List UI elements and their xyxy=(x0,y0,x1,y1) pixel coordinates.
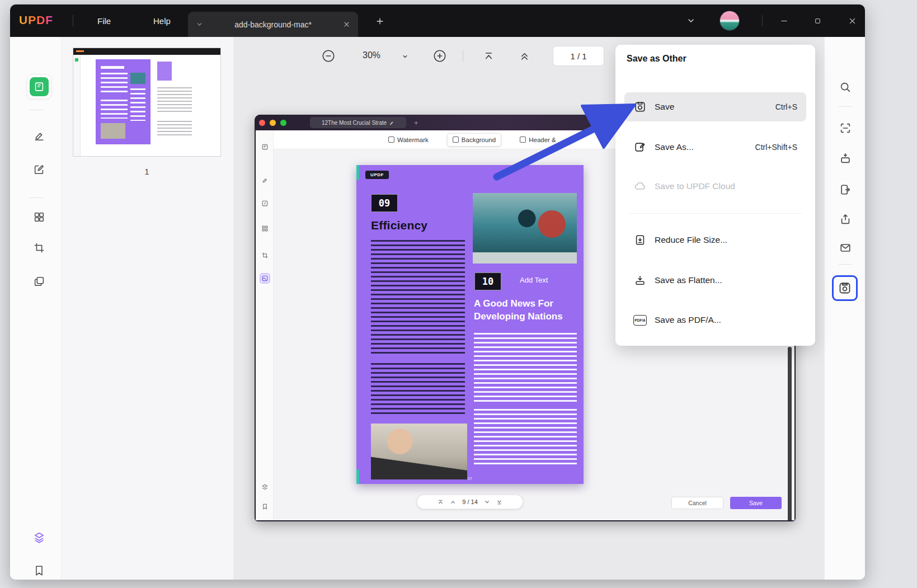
tab-close-icon[interactable] xyxy=(343,21,350,28)
menu-item-save-as[interactable]: Save As... Ctrl+Shift+S xyxy=(624,133,806,162)
close-button[interactable] xyxy=(840,4,864,37)
menu-item-label: Save as Flatten... xyxy=(655,275,789,285)
mac-scrollbar-thumb xyxy=(788,347,792,520)
mac-edit-icon xyxy=(261,199,269,208)
save-as-other-menu: Save as Other Save Ctrl+S Save As... Ctr… xyxy=(615,45,815,346)
menu-item-save[interactable]: Save Ctrl+S xyxy=(624,92,806,121)
menu-help[interactable]: Help xyxy=(140,4,184,37)
reduce-file-size-icon xyxy=(633,234,647,246)
thumbnail-gray-lines xyxy=(157,121,192,138)
menu-item-save-as-flatten[interactable]: Save as Flatten... xyxy=(624,266,806,295)
mac-bookmark-icon xyxy=(261,502,269,511)
menu-item-reduce-file-size[interactable]: Reduce File Size... xyxy=(624,225,806,255)
menu-item-shortcut: Ctrl+S xyxy=(775,102,797,111)
menu-item-label: Reduce File Size... xyxy=(655,235,789,245)
mac-organize-icon xyxy=(261,224,269,233)
mac-new-tab-icon: + xyxy=(414,119,418,127)
mac-background-button: Background xyxy=(447,133,501,147)
thumbnail-panel: 1 xyxy=(62,37,234,580)
edit-tool-button[interactable] xyxy=(32,163,46,176)
minimize-button[interactable] xyxy=(772,4,796,37)
zoom-in-button[interactable] xyxy=(432,49,447,63)
office-photo xyxy=(473,193,577,264)
first-page-button[interactable] xyxy=(483,51,494,62)
mac-save-button: Save xyxy=(730,497,782,509)
page-indicator[interactable]: 1 / 1 xyxy=(553,46,604,66)
maximize-button[interactable] xyxy=(806,4,829,37)
menu-item-save-as-pdfa[interactable]: PDF/A Save as PDF/A... xyxy=(624,305,806,335)
document-tab-title: add-background-mac* xyxy=(203,20,343,29)
layers-button[interactable] xyxy=(32,531,46,544)
thumbnail-gray-lines xyxy=(157,87,192,114)
save-icon xyxy=(838,281,852,295)
share-button[interactable] xyxy=(838,212,853,227)
new-tab-button[interactable] xyxy=(373,14,387,29)
page-heading-right: A Good News For Developing Nations xyxy=(474,297,578,323)
body-text-lines xyxy=(371,363,465,416)
thumbnail-logo xyxy=(76,50,84,52)
chevron-down-icon[interactable] xyxy=(196,21,203,28)
thumbnail-reader-icon xyxy=(75,58,78,62)
left-toolbar xyxy=(10,37,62,580)
user-avatar[interactable] xyxy=(720,11,740,31)
thumbnail-sidebar xyxy=(73,55,81,156)
save-icon xyxy=(633,101,647,113)
body-text-lines xyxy=(474,333,577,404)
zoom-out-button[interactable] xyxy=(321,49,336,63)
organize-pages-button[interactable] xyxy=(32,210,46,224)
mac-pagination: 9 / 14 xyxy=(417,495,523,509)
crop-tool-button[interactable] xyxy=(32,241,46,255)
divider xyxy=(29,197,44,198)
save-as-other-button[interactable] xyxy=(832,275,858,301)
header-footer-icon xyxy=(520,137,526,143)
background-icon xyxy=(453,137,459,143)
menu-item-save-to-cloud[interactable]: Save to UPDF Cloud xyxy=(624,172,806,201)
ocr-button[interactable] xyxy=(838,121,853,135)
cloud-icon xyxy=(633,180,647,192)
mac-tab-title: 12The Most Crucial Strate xyxy=(322,120,387,126)
comment-tool-button[interactable] xyxy=(32,129,46,143)
body-text-lines xyxy=(474,409,577,467)
zoom-dropdown-chevron-icon[interactable] xyxy=(402,53,408,60)
collapse-chevron-icon[interactable] xyxy=(679,4,703,37)
thumbnail-page-number: 1 xyxy=(73,167,221,176)
mac-comment-icon xyxy=(261,176,269,185)
flatten-icon xyxy=(633,274,647,286)
page-thumbnail[interactable] xyxy=(73,48,221,157)
menu-file[interactable]: File xyxy=(84,4,124,37)
compress-button[interactable] xyxy=(838,151,853,166)
page-heading-left: Efficiency xyxy=(371,219,427,232)
mac-layers-icon xyxy=(261,483,269,491)
export-page-button[interactable] xyxy=(838,182,853,197)
laptop-photo xyxy=(371,424,467,479)
reader-mode-button[interactable] xyxy=(27,74,51,99)
app-logo: UPDF xyxy=(19,13,53,27)
previous-page-button[interactable] xyxy=(519,51,530,62)
updf-app-window: UPDF File Help add-background-mac* xyxy=(10,4,865,580)
menu-item-label: Save as PDF/A... xyxy=(655,315,789,325)
save-as-icon xyxy=(633,141,647,153)
divider xyxy=(29,110,44,110)
right-toolbar xyxy=(824,37,865,580)
titlebar: UPDF File Help add-background-mac* xyxy=(10,4,865,37)
document-tab[interactable]: add-background-mac* xyxy=(188,12,358,37)
search-button[interactable] xyxy=(838,80,853,95)
mac-cancel-button: Cancel xyxy=(671,497,723,509)
thumbnail-side-page xyxy=(157,62,172,81)
menu-divider xyxy=(629,213,802,214)
divider xyxy=(839,106,852,107)
menu-title: Save as Other xyxy=(627,54,686,64)
thumbnail-heading-bar xyxy=(101,66,124,69)
section-badge: 09 xyxy=(371,194,398,212)
mac-crop-icon xyxy=(261,251,269,260)
thumbnail-titlebar xyxy=(73,48,220,55)
mac-background-tool-icon xyxy=(261,274,269,283)
mac-watermark-button: Watermark xyxy=(383,133,434,147)
bookmark-button[interactable] xyxy=(32,564,46,577)
watermark-icon xyxy=(388,137,394,143)
mac-reader-icon xyxy=(261,143,269,151)
pages-tool-button[interactable] xyxy=(32,275,46,288)
mail-button[interactable] xyxy=(838,241,853,255)
page-accent xyxy=(356,165,359,180)
thumbnail-purple-page xyxy=(96,59,151,144)
